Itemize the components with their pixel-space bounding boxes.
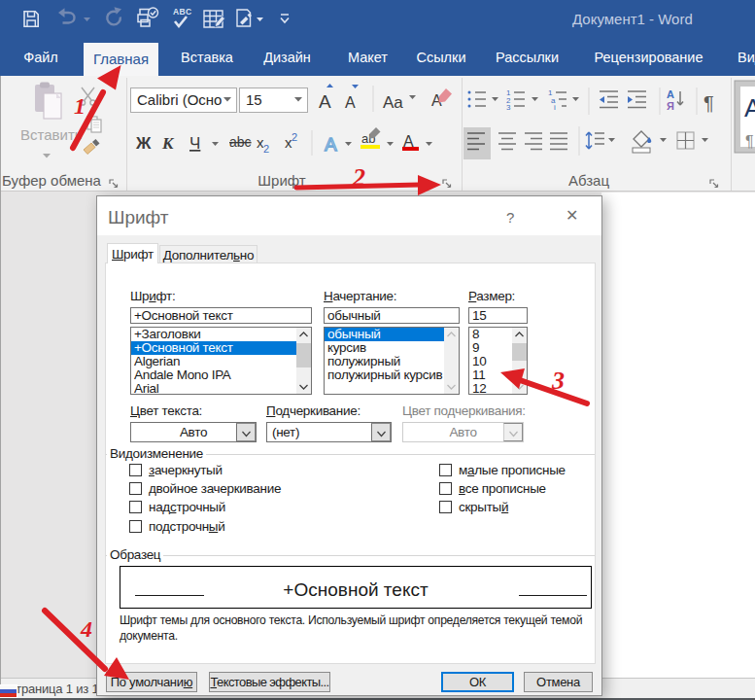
svg-text:Вставить: Вставить [20,126,83,143]
svg-text:¶: ¶ [704,92,714,114]
svg-text:Aa: Aa [383,93,403,112]
svg-text:А: А [325,134,337,155]
svg-text:i: i [554,103,556,112]
svg-text:3: 3 [506,103,511,112]
svg-text:A: A [744,93,755,122]
svg-text:Ч: Ч [189,134,200,153]
svg-text:A: A [319,91,331,112]
svg-text:abc: abc [229,134,252,150]
svg-text:А: А [667,88,674,100]
svg-text:2: 2 [292,131,297,143]
svg-text:Я: Я [667,100,674,112]
svg-text:¶: ¶ [745,133,754,150]
svg-text:Ж: Ж [135,134,152,153]
svg-text:ABC: ABC [173,7,191,17]
svg-text:A: A [345,94,356,111]
svg-text:2: 2 [263,143,269,155]
svg-text:К: К [161,134,175,153]
